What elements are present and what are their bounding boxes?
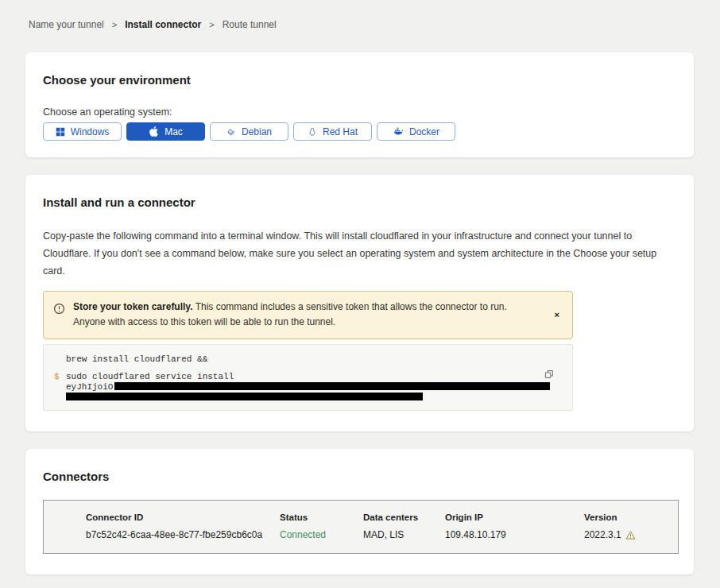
debian-logo-icon [226,127,236,137]
apple-logo-icon [149,126,159,137]
redhat-logo-icon [308,127,317,137]
column-header-origin-ip: Origin IP [445,513,584,522]
alert-circle-icon [53,303,65,318]
connectors-card-title: Connectors [43,470,676,483]
windows-logo-icon [56,127,65,137]
connector-origin-ip-value: 109.48.10.179 [445,529,584,540]
connectors-table-header: Connector ID Status Data centers Origin … [86,513,670,522]
os-button-debian[interactable]: Debian [210,122,288,141]
os-button-docker[interactable]: Docker [377,122,455,141]
os-button-label: Red Hat [323,126,358,137]
column-header-data-centers: Data centers [363,513,445,522]
installer-card: Install and run a connector Copy-paste t… [25,175,694,431]
os-button-group: Windows Mac Debian Red Hat Docker [43,122,676,141]
command-line-2: sudo cloudflared service install [66,372,540,381]
column-header-status: Status [280,513,363,522]
install-command-code-block: $ brew install cloudflared && sudo cloud… [43,344,573,411]
connector-version-cell: 2022.3.1 [584,529,670,540]
connectors-card: Connectors Connector ID Status Data cent… [25,449,694,574]
os-button-redhat[interactable]: Red Hat [293,122,372,141]
token-warning-banner: Store your token carefully. This command… [43,291,573,340]
token-warning-title: Store your token carefully. [73,301,193,312]
connectors-table: Connector ID Status Data centers Origin … [43,500,679,554]
breadcrumb-step-name-your-tunnel[interactable]: Name your tunnel [29,19,104,30]
copy-icon[interactable] [544,369,555,380]
os-button-label: Windows [71,126,110,137]
connector-status-badge: Connected [280,529,363,540]
os-button-mac[interactable]: Mac [126,122,205,141]
breadcrumb-separator: > [112,20,117,29]
redacted-token-bar [66,393,423,400]
warning-triangle-icon [625,530,636,540]
terminal-prompt: $ [54,372,60,381]
token-warning-text: Store your token carefully. This command… [73,300,540,331]
os-button-label: Mac [165,126,183,137]
token-line: eyJhIjoiO [66,382,540,400]
command-line-1: brew install cloudflared && [66,354,540,364]
connector-version-value: 2022.3.1 [584,529,621,540]
breadcrumb-step-route-tunnel[interactable]: Route tunnel [223,19,277,30]
breadcrumb: Name your tunnel > Install connector > R… [0,0,720,30]
os-button-label: Docker [409,126,439,137]
connector-data-centers-value: MAD, LIS [363,529,445,540]
close-icon[interactable]: × [553,308,561,321]
redacted-token-bar [114,382,550,390]
docker-logo-icon [393,126,404,137]
installer-card-title: Install and run a connector [43,195,676,209]
os-select-label: Choose an operating system: [43,106,676,118]
breadcrumb-step-install-connector[interactable]: Install connector [125,19,201,30]
environment-card-title: Choose your environment [43,73,676,87]
column-header-version: Version [584,513,670,522]
os-button-windows[interactable]: Windows [43,122,122,141]
column-header-connector-id: Connector ID [86,513,280,522]
environment-card: Choose your environment Choose an operat… [25,52,694,157]
connector-table-row: b7c52c42-6caa-48ee-8c77-fbe259cb6c0a Con… [86,529,670,540]
breadcrumb-separator: > [209,20,214,29]
token-prefix: eyJhIjoiO [66,382,113,392]
connector-id-value: b7c52c42-6caa-48ee-8c77-fbe259cb6c0a [86,529,280,540]
installer-description: Copy-paste the following command into a … [43,228,676,280]
os-button-label: Debian [242,126,272,137]
